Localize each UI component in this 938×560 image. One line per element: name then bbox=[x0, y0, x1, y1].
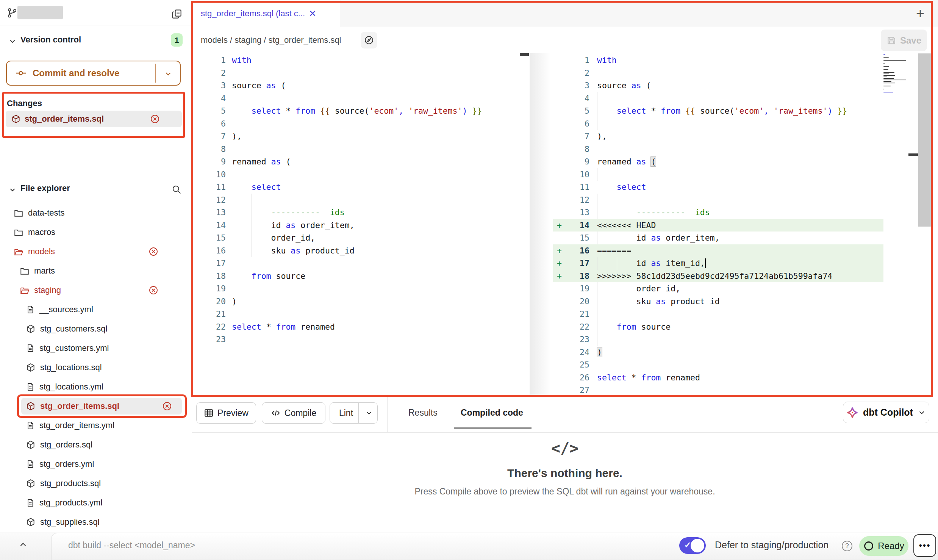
file-tree-item-stg-locations-sql[interactable]: stg_locations.sql bbox=[0, 359, 192, 376]
code-line[interactable]: 21 bbox=[553, 308, 883, 321]
code-line[interactable]: 3source as ( bbox=[553, 79, 883, 92]
code-line[interactable]: 21 bbox=[192, 308, 520, 321]
code-line[interactable]: 17 bbox=[192, 257, 520, 270]
code-line[interactable]: 9renamed as ( bbox=[192, 155, 520, 168]
code-line[interactable]: 8 bbox=[553, 143, 883, 156]
code-line[interactable]: 2 bbox=[553, 67, 883, 80]
code-line[interactable]: 15 id as order_item, bbox=[553, 232, 883, 244]
lineage-button[interactable] bbox=[361, 32, 377, 48]
discard-change-icon[interactable] bbox=[150, 114, 160, 124]
code-line[interactable]: 3source as ( bbox=[192, 79, 520, 92]
code-line[interactable]: 4 bbox=[192, 92, 520, 105]
code-line[interactable]: +16======= bbox=[553, 244, 883, 257]
code-line[interactable]: 1with bbox=[553, 54, 883, 67]
code-line[interactable]: 23 bbox=[553, 333, 883, 346]
code-line[interactable]: 23 bbox=[192, 333, 520, 346]
code-line[interactable]: 7), bbox=[553, 130, 883, 143]
version-control-chevron-icon[interactable] bbox=[8, 37, 17, 45]
code-line[interactable]: 2 bbox=[192, 67, 520, 80]
expand-panel-chevron-icon[interactable] bbox=[18, 540, 28, 549]
file-tree-item-stg-customers-yml[interactable]: stg_customers.yml bbox=[0, 340, 192, 357]
command-input[interactable]: dbt build --select <model_name> bbox=[68, 540, 195, 551]
file-tree-item-data-tests[interactable]: data-tests bbox=[0, 205, 192, 221]
removed-indicator-icon[interactable] bbox=[149, 247, 158, 257]
file-tree-item-stg-products-sql[interactable]: stg_products.sql bbox=[0, 475, 192, 492]
editor-pane-left[interactable]: 1with23source as (45 select * from {{ so… bbox=[192, 54, 520, 346]
file-explorer-chevron-icon[interactable] bbox=[8, 186, 17, 194]
copy-files-icon[interactable] bbox=[171, 8, 183, 20]
file-tree-item-models[interactable]: models bbox=[0, 243, 192, 260]
tab-results[interactable]: Results bbox=[408, 408, 438, 418]
code-line[interactable]: 26select * from renamed bbox=[553, 371, 883, 384]
code-line[interactable]: 6 bbox=[553, 117, 883, 130]
code-line[interactable]: 1with bbox=[192, 54, 520, 67]
file-tree-item-stg-locations-yml[interactable]: stg_locations.yml bbox=[0, 379, 192, 395]
code-line[interactable]: 13 ---------- ids bbox=[553, 206, 883, 219]
file-tree-item-stg-orders-yml[interactable]: stg_orders.yml bbox=[0, 456, 192, 472]
preview-button[interactable]: Preview bbox=[196, 402, 256, 424]
new-tab-button[interactable]: + bbox=[916, 5, 924, 22]
code-line[interactable]: 18 from source bbox=[192, 270, 520, 283]
defer-toggle[interactable]: ✓ bbox=[679, 537, 706, 554]
code-line[interactable]: 27 bbox=[553, 384, 883, 397]
removed-indicator-icon[interactable] bbox=[162, 401, 172, 411]
code-line[interactable]: 5 select * from {{ source('ecom', 'raw_i… bbox=[192, 105, 520, 117]
file-tree-item-marts[interactable]: marts bbox=[0, 263, 192, 279]
code-line[interactable]: 8 bbox=[192, 143, 520, 156]
file-tree-item-stg-customers-sql[interactable]: stg_customers.sql bbox=[0, 321, 192, 337]
code-line[interactable]: 6 bbox=[192, 117, 520, 130]
commit-dropdown-chevron-icon[interactable] bbox=[164, 70, 172, 78]
lint-dropdown-chevron-icon[interactable] bbox=[365, 409, 373, 417]
code-line[interactable]: 22 from source bbox=[553, 321, 883, 333]
code-line[interactable]: 16 sku as product_id bbox=[192, 244, 520, 257]
code-line[interactable]: 12 bbox=[553, 194, 883, 206]
tab-compiled-code[interactable]: Compiled code bbox=[461, 408, 523, 418]
code-line[interactable]: +14<<<<<<< HEAD bbox=[553, 219, 883, 232]
code-line[interactable]: 11 select bbox=[192, 181, 520, 194]
file-tree-item-staging[interactable]: staging bbox=[0, 282, 192, 299]
code-line[interactable]: 20) bbox=[192, 295, 520, 308]
compile-button[interactable]: Compile bbox=[262, 402, 325, 424]
code-line[interactable]: 22select * from renamed bbox=[192, 321, 520, 333]
file-search-icon[interactable] bbox=[171, 184, 182, 195]
code-line[interactable]: 9renamed as ( bbox=[553, 155, 883, 168]
change-item[interactable]: stg_order_items.sql bbox=[6, 111, 182, 127]
code-line[interactable]: 10 bbox=[192, 168, 520, 181]
help-icon[interactable]: ? bbox=[842, 541, 852, 551]
file-tree-item--sources-yml[interactable]: __sources.yml bbox=[0, 301, 192, 318]
code-line[interactable]: 4 bbox=[553, 92, 883, 105]
left-pane-scroll-thumb[interactable] bbox=[520, 53, 529, 56]
code-line[interactable]: 14 id as order_item, bbox=[192, 219, 520, 232]
code-line[interactable]: 24) bbox=[553, 346, 883, 359]
file-tree-item-stg-orders-sql[interactable]: stg_orders.sql bbox=[0, 436, 192, 453]
code-line[interactable]: 20 sku as product_id bbox=[553, 295, 883, 308]
tab-stg-order-items[interactable]: stg_order_items.sql (last c... ✕ bbox=[192, 0, 341, 27]
tab-close-icon[interactable]: ✕ bbox=[309, 8, 316, 19]
file-tree-item-stg-order-items-yml[interactable]: stg_order_items.yml bbox=[0, 417, 192, 434]
lint-split-button[interactable]: Lint bbox=[330, 402, 378, 424]
code-line[interactable]: 15 order_id, bbox=[192, 232, 520, 244]
more-options-button[interactable]: ••• bbox=[913, 534, 936, 557]
file-tree-item-macros[interactable]: macros bbox=[0, 224, 192, 241]
editor-scrollbar[interactable] bbox=[918, 53, 931, 227]
code-line[interactable]: +18>>>>>>> 58c1dd23d5eebd9cd2495fa7124ab… bbox=[553, 270, 883, 283]
file-tree-item-stg-order-items-sql[interactable]: stg_order_items.sql bbox=[21, 398, 182, 415]
code-line[interactable]: 19 order_id, bbox=[553, 282, 883, 295]
code-line[interactable]: 19 bbox=[192, 282, 520, 295]
code-line[interactable]: 10 bbox=[553, 168, 883, 181]
code-line[interactable]: +17 id as item_id, bbox=[553, 257, 883, 270]
code-line[interactable]: 7), bbox=[192, 130, 520, 143]
editor-pane-right[interactable]: 1with23source as (45 select * from {{ so… bbox=[553, 54, 883, 397]
file-tree-item-stg-products-yml[interactable]: stg_products.yml bbox=[0, 494, 192, 511]
code-line[interactable]: 13 ---------- ids bbox=[192, 206, 520, 219]
save-button[interactable]: Save bbox=[881, 30, 927, 51]
file-tree-item-stg-supplies-sql[interactable]: stg_supplies.sql bbox=[0, 514, 192, 530]
right-pane-scroll-thumb[interactable] bbox=[908, 153, 918, 156]
dbt-copilot-button[interactable]: dbt Copilot bbox=[843, 402, 929, 423]
commit-and-resolve-button[interactable]: Commit and resolve bbox=[6, 61, 181, 86]
removed-indicator-icon[interactable] bbox=[149, 285, 158, 295]
git-branch-icon[interactable] bbox=[7, 8, 17, 18]
code-line[interactable]: 25 bbox=[553, 358, 883, 371]
code-line[interactable]: 5 select * from {{ source('ecom', 'raw_i… bbox=[553, 105, 883, 117]
editor-minimap[interactable] bbox=[883, 54, 907, 95]
